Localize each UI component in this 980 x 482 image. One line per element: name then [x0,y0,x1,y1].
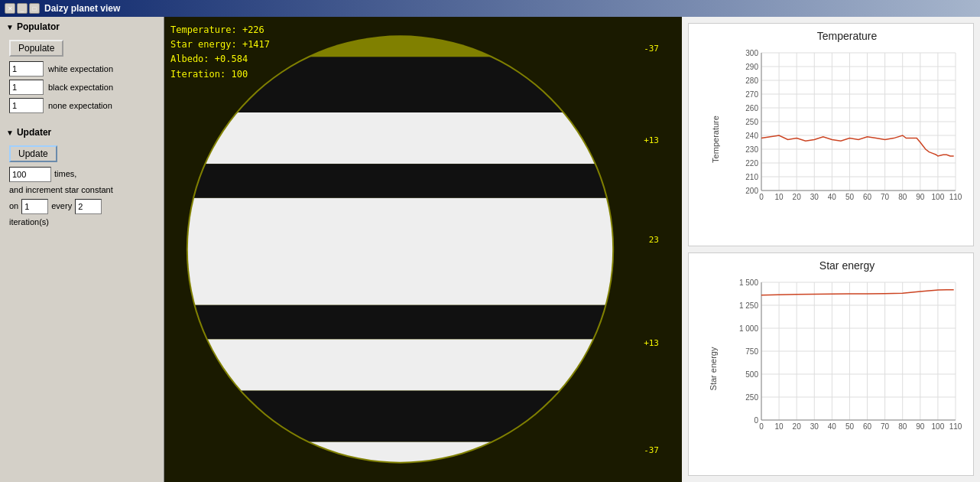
white-expectation-input[interactable] [9,61,44,77]
on-label: on [9,200,18,213]
svg-text:290: 290 [745,63,758,71]
svg-text:20: 20 [793,193,802,201]
svg-text:230: 230 [745,145,758,154]
svg-text:10: 10 [775,422,784,431]
planet-canvas [164,17,682,482]
times-label: times, [54,168,76,181]
update-button[interactable]: Update [9,145,57,162]
temperature-chart-svg: 2002102202302402502602702802903000102030… [727,45,967,213]
populate-button[interactable]: Populate [9,40,63,57]
svg-text:60: 60 [863,193,872,201]
svg-text:1 500: 1 500 [739,278,758,287]
updater-content: Update times, and increment star constan… [3,142,161,233]
svg-text:240: 240 [745,132,758,140]
charts-area: Temperature Temperature 2002102202302402… [682,17,980,482]
white-expectation-row: white expectation [9,61,154,77]
every-value-input[interactable] [75,199,102,214]
update-times-input[interactable] [9,167,51,182]
window-controls[interactable]: ✕ _ □ [5,3,40,14]
increment-label-row: and increment star constant [9,184,154,197]
svg-text:60: 60 [863,422,872,431]
black-expectation-input[interactable] [9,80,44,95]
planet-display [164,17,682,482]
black-expectation-label: black expectation [48,83,113,92]
populator-label: Populator [17,21,60,32]
svg-text:750: 750 [745,347,758,356]
minimize-button[interactable]: _ [17,3,28,14]
svg-text:0: 0 [759,422,764,431]
energy-y-axis-label: Star energy [709,347,718,391]
populator-section-header[interactable]: ▼ Populator [3,20,161,34]
top-right-label: -37 [644,44,659,54]
none-expectation-label: none expectation [48,101,112,110]
svg-text:250: 250 [745,118,758,126]
iterations-label: iteration(s) [9,216,49,230]
every-label: every [51,200,72,213]
svg-text:10: 10 [775,193,784,201]
energy-chart-title: Star energy [727,259,967,272]
title-bar: ✕ _ □ Daizy planet view [0,0,980,17]
svg-text:90: 90 [916,422,925,431]
maximize-button[interactable]: □ [29,3,40,14]
svg-text:110: 110 [949,422,962,431]
svg-text:220: 220 [745,159,758,168]
updater-arrow-icon: ▼ [6,129,14,137]
svg-text:250: 250 [745,393,758,402]
temperature-y-axis-label: Temperature [711,116,720,163]
main-content: ▼ Populator Populate white expectation b… [0,17,980,482]
svg-text:300: 300 [745,49,758,57]
sidebar: ▼ Populator Populate white expectation b… [0,17,164,482]
on-every-row: on every [9,199,154,214]
svg-text:40: 40 [828,193,837,201]
none-expectation-input[interactable] [9,98,44,113]
increment-value-input[interactable] [21,199,48,214]
populator-arrow-icon: ▼ [6,23,14,31]
mid-right-label2: 23 [649,235,659,245]
update-settings: times, and increment star constant on ev… [9,167,154,229]
svg-text:200: 200 [745,187,758,195]
svg-text:30: 30 [810,193,819,201]
svg-text:70: 70 [881,422,890,431]
planet-info: Temperature: +226 Star energy: +1417 Alb… [170,23,270,82]
temperature-info: Temperature: +226 [170,23,270,37]
svg-text:80: 80 [898,193,907,201]
temperature-chart: Temperature Temperature 2002102202302402… [688,23,974,246]
iteration-info: Iteration: 100 [170,67,270,82]
iterations-row: iteration(s) [9,216,154,230]
updater-section-header[interactable]: ▼ Updater [3,125,161,139]
bottom-right-label: -37 [644,445,659,455]
albedo-info: Albedo: +0.584 [170,52,270,67]
star-energy-info: Star energy: +1417 [170,37,270,52]
svg-text:20: 20 [793,422,802,431]
svg-text:30: 30 [810,422,819,431]
svg-text:260: 260 [745,104,758,112]
populator-content: Populate white expectation black expecta… [3,37,161,119]
svg-text:270: 270 [745,90,758,99]
mid-right-label3: +13 [644,338,659,348]
svg-text:110: 110 [949,193,962,201]
planet-area: Temperature: +226 Star energy: +1417 Alb… [164,17,682,482]
svg-text:90: 90 [916,193,925,201]
svg-text:40: 40 [828,422,837,431]
svg-text:100: 100 [932,193,945,201]
close-button[interactable]: ✕ [5,3,15,14]
updater-label: Updater [17,127,51,138]
svg-text:50: 50 [845,193,855,201]
svg-text:0: 0 [759,193,764,201]
black-expectation-row: black expectation [9,80,154,95]
times-row: times, [9,167,154,182]
svg-text:1 250: 1 250 [739,301,758,310]
svg-text:1 000: 1 000 [739,324,758,333]
none-expectation-row: none expectation [9,98,154,113]
svg-text:500: 500 [745,370,758,379]
svg-text:0: 0 [754,416,758,425]
svg-text:70: 70 [881,193,890,201]
mid-right-label1: +13 [644,135,659,145]
energy-chart: Star energy Star energy 02505007501 0001… [688,252,974,476]
svg-text:280: 280 [745,77,758,85]
and-increment-label: and increment star constant [9,184,113,197]
svg-text:100: 100 [932,422,945,431]
svg-text:80: 80 [898,422,907,431]
temperature-chart-title: Temperature [727,30,967,42]
svg-text:50: 50 [845,422,855,431]
